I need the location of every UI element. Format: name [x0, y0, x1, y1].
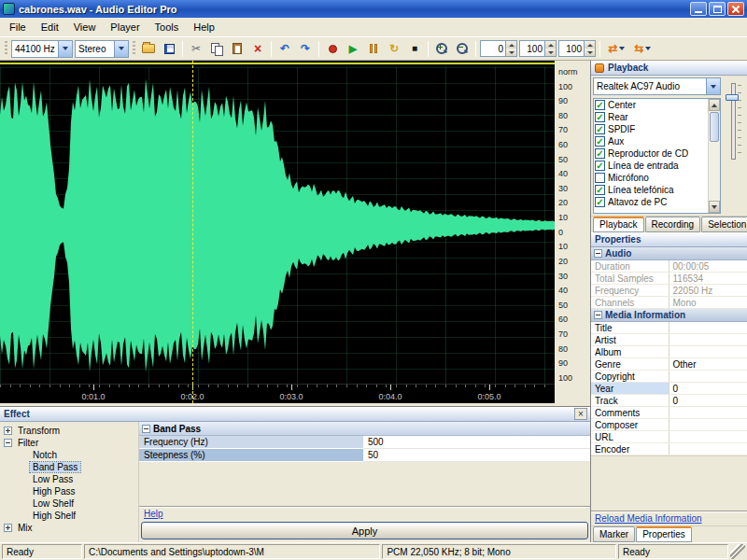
property-row[interactable]: Year0	[591, 383, 747, 395]
channel-item[interactable]: ✓Línea de entrada	[594, 160, 708, 172]
param-value[interactable]: 50	[363, 449, 590, 462]
toolbar-grip[interactable]	[5, 41, 7, 56]
section-header[interactable]: Audio	[591, 247, 747, 260]
position-field[interactable]: 0	[480, 40, 517, 57]
pause-button[interactable]	[364, 39, 383, 58]
scroll-up-icon[interactable]	[709, 99, 720, 111]
chevron-down-icon[interactable]	[114, 41, 128, 57]
tree-item-low-shelf[interactable]: Low Shelf	[0, 497, 138, 510]
param-row[interactable]: Steepness (%)50	[139, 449, 590, 462]
tree-item-low-pass[interactable]: Low Pass	[0, 473, 138, 485]
menu-item-help[interactable]: Help	[186, 19, 222, 35]
property-row[interactable]: Album	[591, 346, 747, 358]
undo-button[interactable]: ↶	[275, 39, 294, 58]
section-header[interactable]: Media Information	[591, 309, 747, 322]
timeline[interactable]: 0:01.00:02.00:03.00:04.00:05.0	[0, 384, 555, 403]
checkbox-checked[interactable]: ✓	[595, 148, 605, 159]
channel-item[interactable]: ✓Altavoz de PC	[594, 196, 708, 208]
playback-device-select[interactable]: Realtek AC97 Audio	[593, 77, 721, 95]
stop-button[interactable]: ■	[405, 39, 424, 58]
playback-cursor[interactable]	[192, 61, 193, 403]
chevron-down-icon[interactable]	[706, 78, 720, 94]
expand-icon[interactable]	[4, 427, 12, 435]
checkbox-checked[interactable]: ✓	[595, 100, 605, 110]
zoom-level-field[interactable]: 100	[519, 40, 557, 57]
sample-rate-select[interactable]: 44100 Hz	[11, 40, 73, 58]
checkbox-checked[interactable]: ✓	[595, 136, 605, 147]
property-row[interactable]: Duration00:00:05	[591, 260, 747, 273]
resize-grip[interactable]	[730, 544, 745, 559]
convert-button[interactable]: ⇄	[604, 39, 628, 58]
spinner-arrows[interactable]	[544, 41, 556, 56]
checkbox-checked[interactable]: ✓	[595, 161, 605, 171]
save-button[interactable]	[160, 39, 178, 58]
menu-item-edit[interactable]: Edit	[34, 19, 66, 35]
channel-item[interactable]: ✓Reproductor de CD	[594, 147, 708, 160]
checkbox-checked[interactable]: ✓	[595, 185, 605, 195]
delete-button[interactable]: ×	[248, 39, 267, 58]
property-row[interactable]: URL	[591, 431, 747, 443]
help-link[interactable]: Help	[144, 509, 163, 519]
minimize-button[interactable]	[690, 2, 707, 16]
collapse-icon[interactable]	[4, 439, 12, 447]
tree-item-band-pass[interactable]: Band Pass	[0, 461, 138, 473]
spinner-arrows[interactable]	[584, 41, 595, 56]
spinner-arrows[interactable]	[505, 41, 516, 56]
tree-item-notch[interactable]: Notch	[0, 449, 138, 461]
tree-item-filter[interactable]: Filter	[0, 437, 138, 449]
chevron-down-icon[interactable]	[58, 41, 72, 57]
spin-down-icon[interactable]	[506, 49, 516, 56]
scroll-thumb[interactable]	[710, 112, 719, 142]
maximize-button[interactable]	[709, 2, 726, 16]
collapse-icon[interactable]	[594, 311, 602, 319]
overview-bar[interactable]	[0, 61, 555, 67]
channel-item[interactable]: ✓Center	[594, 99, 708, 111]
property-row[interactable]: ChannelsMono	[591, 297, 747, 309]
checkbox-checked[interactable]: ✓	[595, 197, 605, 207]
property-row[interactable]: Title	[591, 322, 747, 334]
tree-item-high-shelf[interactable]: High Shelf	[0, 510, 138, 522]
channel-scrollbar[interactable]	[708, 99, 720, 213]
play-button[interactable]: ▶	[344, 39, 362, 58]
property-row[interactable]: Artist	[591, 334, 747, 346]
volume-slider-thumb[interactable]	[726, 94, 739, 101]
collapse-icon[interactable]	[594, 249, 602, 258]
open-button[interactable]	[139, 39, 158, 58]
convert-alt-button[interactable]: ⇆	[630, 39, 655, 58]
collapse-icon[interactable]	[142, 425, 150, 433]
spin-up-icon[interactable]	[585, 41, 595, 49]
tab-properties[interactable]: Properties	[636, 526, 692, 542]
property-row[interactable]: Copyright	[591, 371, 747, 383]
param-value[interactable]: 500	[363, 436, 590, 449]
volume-slider[interactable]	[724, 81, 742, 161]
channel-item[interactable]: ✓Rear	[594, 111, 708, 123]
channel-item[interactable]: Micrófono	[594, 172, 708, 184]
waveform-canvas[interactable]	[0, 67, 555, 384]
spin-down-icon[interactable]	[545, 49, 556, 56]
channel-item[interactable]: ✓Línea telefónica	[594, 184, 708, 196]
menu-item-view[interactable]: View	[66, 19, 104, 35]
menu-item-tools[interactable]: Tools	[148, 19, 187, 35]
tab-playback[interactable]: Playback	[593, 217, 644, 232]
property-row[interactable]: Composer	[591, 419, 747, 431]
apply-button[interactable]: Apply	[141, 522, 588, 539]
paste-button[interactable]	[228, 39, 247, 58]
property-row[interactable]: GenreOther	[591, 358, 747, 371]
close-button[interactable]	[727, 2, 744, 16]
tree-item-transform[interactable]: Transform	[0, 425, 138, 437]
tab-selection[interactable]: Selection	[701, 217, 747, 232]
spin-down-icon[interactable]	[585, 49, 595, 56]
tree-item-mix[interactable]: Mix	[0, 522, 138, 534]
expand-icon[interactable]	[4, 524, 12, 532]
tab-recording[interactable]: Recording	[645, 217, 701, 232]
property-row[interactable]: Comments	[591, 407, 747, 419]
redo-button[interactable]: ↷	[296, 39, 315, 58]
cut-button[interactable]: ✂	[187, 39, 205, 58]
property-row[interactable]: Encoder	[591, 443, 747, 455]
channel-item[interactable]: ✓Aux	[594, 135, 708, 147]
spin-up-icon[interactable]	[545, 41, 556, 49]
reload-media-link[interactable]: Reload Media Information	[595, 513, 702, 524]
checkbox-unchecked[interactable]	[595, 173, 605, 183]
spin-up-icon[interactable]	[506, 41, 516, 49]
property-row[interactable]: Frequency22050 Hz	[591, 285, 747, 297]
